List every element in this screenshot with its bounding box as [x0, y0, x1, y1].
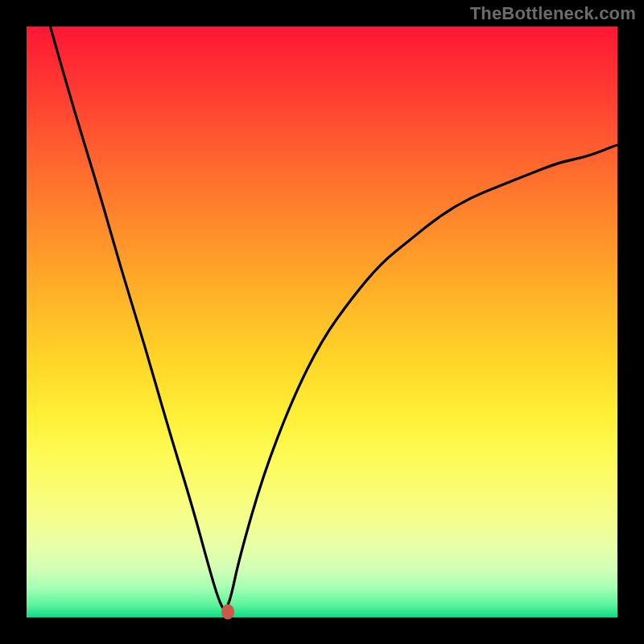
- chart-frame: TheBottleneck.com: [0, 0, 644, 644]
- minimum-marker-dot: [221, 604, 234, 619]
- watermark-text: TheBottleneck.com: [470, 3, 636, 24]
- bottleneck-curve: [27, 27, 617, 617]
- curve-path: [50, 27, 617, 609]
